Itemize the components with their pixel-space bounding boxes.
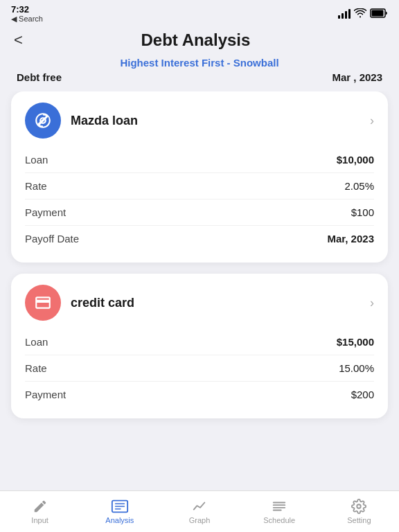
status-right: [338, 8, 388, 20]
bottom-nav: Input Analysis Graph: [0, 490, 399, 532]
nav-label-analysis: Analysis: [105, 516, 134, 524]
mazda-chevron-icon: ›: [370, 114, 374, 128]
status-left: 7:32 ◀ Search: [11, 4, 43, 24]
header: < Debt Analysis: [0, 25, 399, 54]
pencil-icon: [33, 499, 48, 514]
credit-chevron-icon: ›: [370, 296, 374, 310]
mazda-loan-row: Loan $10,000: [25, 147, 374, 173]
scroll-content: Mazda loan › Loan $10,000 Rate 2.05% Pay…: [0, 91, 399, 473]
credit-loan-row: Loan $15,000: [25, 329, 374, 355]
mazda-payoff-value: Mar, 2023: [327, 233, 374, 245]
mazda-rate-label: Rate: [25, 180, 47, 192]
nav-item-input[interactable]: Input: [0, 495, 80, 529]
car-icon: [25, 103, 61, 139]
analysis-icon: [111, 499, 129, 514]
debt-free-row: Debt free Mar , 2023: [14, 70, 385, 85]
credit-payment-label: Payment: [25, 389, 66, 400]
back-button[interactable]: <: [14, 31, 23, 49]
card-header-credit: credit card ›: [25, 285, 374, 321]
debt-free-date: Mar , 2023: [332, 71, 382, 83]
page-title: Debt Analysis: [23, 30, 369, 50]
nav-label-input: Input: [31, 516, 48, 524]
credit-card-icon: [25, 285, 61, 321]
schedule-icon: [272, 499, 287, 514]
credit-rate-label: Rate: [25, 362, 47, 374]
nav-label-setting: Setting: [347, 516, 371, 524]
mazda-loan-value: $10,000: [337, 154, 374, 166]
credit-rate-row: Rate 15.00%: [25, 355, 374, 382]
mazda-payment-row: Payment $100: [25, 200, 374, 226]
credit-rate-value: 15.00%: [339, 362, 374, 374]
nav-label-graph: Graph: [189, 516, 211, 524]
nav-item-analysis[interactable]: Analysis: [80, 495, 159, 529]
signal-icon: [338, 9, 351, 19]
credit-payment-row: Payment $200: [25, 382, 374, 407]
graph-icon: [192, 499, 207, 514]
gear-icon: [351, 499, 366, 514]
status-time: 7:32: [11, 4, 43, 15]
mazda-loan-title: Mazda loan: [71, 114, 370, 128]
mazda-payment-label: Payment: [25, 206, 66, 218]
wifi-icon: [354, 8, 366, 20]
card-header-mazda: Mazda loan ›: [25, 103, 374, 139]
status-bar: 7:32 ◀ Search: [0, 0, 399, 25]
svg-point-10: [357, 504, 362, 508]
mazda-payoff-row: Payoff Date Mar, 2023: [25, 226, 374, 251]
strategy-label: Highest Interest First - Snowball: [14, 57, 385, 69]
nav-item-graph[interactable]: Graph: [159, 495, 239, 529]
debt-free-label: Debt free: [17, 71, 62, 83]
search-label: ◀ Search: [11, 15, 43, 24]
credit-loan-label: Loan: [25, 336, 48, 348]
credit-loan-value: $15,000: [337, 336, 374, 348]
debt-card-mazda[interactable]: Mazda loan › Loan $10,000 Rate 2.05% Pay…: [11, 91, 388, 263]
nav-item-schedule[interactable]: Schedule: [240, 495, 319, 529]
mazda-rate-row: Rate 2.05%: [25, 173, 374, 200]
credit-card-title: credit card: [71, 296, 370, 310]
subtitle-section: Highest Interest First - Snowball Debt f…: [0, 54, 399, 91]
credit-payment-value: $200: [351, 389, 374, 400]
mazda-rate-value: 2.05%: [344, 180, 374, 192]
nav-label-schedule: Schedule: [263, 516, 295, 524]
debt-card-credit[interactable]: credit card › Loan $15,000 Rate 15.00% P…: [11, 274, 388, 418]
mazda-loan-label: Loan: [25, 154, 48, 166]
mazda-payment-value: $100: [351, 206, 374, 218]
mazda-payoff-label: Payoff Date: [25, 233, 79, 245]
nav-item-setting[interactable]: Setting: [319, 495, 399, 529]
svg-rect-1: [372, 10, 384, 16]
battery-icon: [370, 8, 388, 20]
